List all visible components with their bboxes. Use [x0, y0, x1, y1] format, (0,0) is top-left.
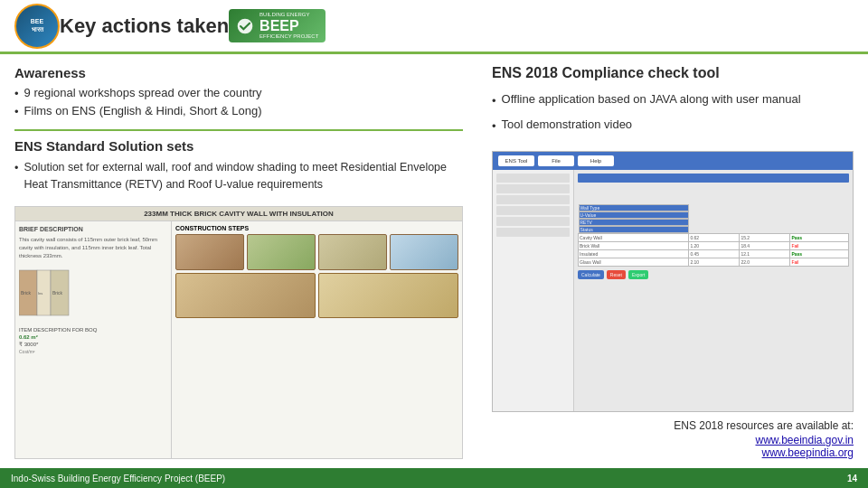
ts-table: Wall Type U-Value RETV Status Cavity Wal…	[578, 204, 849, 267]
ts-sidebar-row-5	[496, 217, 570, 226]
ts-sidebar	[493, 170, 574, 411]
cv-right-panel: CONSTRUCTION STEPS	[172, 221, 462, 459]
awareness-title: Awareness	[14, 65, 463, 80]
ens-standard-bullet-1: • Solution set for external wall, roof a…	[14, 159, 463, 193]
ts-main-row-1	[578, 184, 849, 192]
bullet-icon-2: •	[14, 105, 19, 118]
cv-left-panel: BRIEF DESCRIPTION This cavity wall consi…	[15, 221, 172, 459]
awareness-section: Awareness • 9 regional workshops spread …	[14, 65, 463, 122]
cv-bottom-row	[175, 273, 458, 318]
ts-toolbar: ENS Tool File Help	[493, 152, 853, 170]
checkmark-icon	[236, 17, 254, 35]
ts-btn-2: File	[538, 155, 574, 166]
ts-calculate-btn[interactable]: Calculate	[578, 270, 604, 279]
ts-sidebar-row-1	[496, 174, 570, 183]
bullet-icon-5: •	[492, 117, 496, 136]
construction-steps-label: CONSTRUCTION STEPS	[175, 225, 458, 231]
ts-bottom-buttons: Calculate Reset Export	[578, 270, 849, 279]
brief-desc-text: This cavity wall consists of 115mm outer…	[19, 236, 167, 260]
bee-logo: BEEभारत	[14, 4, 60, 49]
resources-section: ENS 2018 resources are available at: www…	[492, 419, 854, 459]
tool-bullet-2: • Tool demonstration video	[492, 116, 854, 136]
cv-body: BRIEF DESCRIPTION This cavity wall consi…	[15, 221, 462, 459]
svg-text:Ins: Ins	[38, 291, 42, 296]
cv-cost-info: ITEM DESCRIPTION FOR BOQ 0.62 m² ₹ 3000*…	[19, 326, 167, 355]
ts-sidebar-row-3	[496, 195, 570, 204]
cv-diagram: Brick Ins Brick	[19, 266, 167, 322]
ts-main: Wall Type U-Value RETV Status Cavity Wal…	[574, 170, 853, 411]
ens-standard-title: ENS Standard Solution sets	[14, 138, 463, 154]
cv-step-2	[247, 234, 316, 270]
bullet-icon-1: •	[14, 87, 19, 100]
beep-logo-area: BUILDING ENERGY BEEP EFFICIENCY PROJECT	[229, 9, 326, 42]
construction-image: 233MM THICK BRICK CAVITY WALL WITH INSUL…	[14, 206, 463, 460]
bullet-icon-4: •	[492, 92, 496, 110]
beep-text: BUILDING ENERGY BEEP EFFICIENCY PROJECT	[259, 12, 318, 39]
page-title: Key actions taken	[60, 14, 229, 38]
ts-btn-3: Help	[578, 155, 614, 166]
ts-main-header	[578, 174, 849, 183]
beep-badge: BUILDING ENERGY BEEP EFFICIENCY PROJECT	[229, 9, 326, 42]
cv-header-text: 233MM THICK BRICK CAVITY WALL WITH INSUL…	[15, 207, 462, 221]
right-column: ENS 2018 Compliance check tool • Offline…	[477, 54, 868, 470]
construction-visual: 233MM THICK BRICK CAVITY WALL WITH INSUL…	[15, 207, 462, 459]
ts-body: Wall Type U-Value RETV Status Cavity Wal…	[493, 170, 853, 411]
resources-title: ENS 2018 resources are available at:	[492, 419, 854, 432]
svg-text:Brick: Brick	[21, 290, 32, 296]
footer-text: Indo-Swiss Building Energy Efficiency Pr…	[11, 474, 225, 483]
ens-tool-section: ENS 2018 Compliance check tool • Offline…	[492, 65, 854, 140]
tool-screenshot: ENS Tool File Help	[492, 151, 854, 412]
resources-link-2[interactable]: www.beepindia.org	[492, 446, 854, 459]
bee-logo-text: BEEभारत	[31, 18, 43, 33]
main-content: Awareness • 9 regional workshops spread …	[0, 54, 868, 470]
cv-step-1	[175, 234, 244, 270]
cv-step-4	[390, 234, 458, 270]
ts-sidebar-row-2	[496, 184, 570, 193]
ts-reset-btn[interactable]: Reset	[607, 270, 626, 279]
ts-export-btn[interactable]: Export	[628, 270, 648, 279]
cv-steps-row-1	[175, 234, 458, 270]
divider	[14, 129, 463, 131]
awareness-bullet-2: • Films on ENS (English & Hindi, Short &…	[14, 104, 463, 118]
cv-step-3	[318, 234, 387, 270]
cv-bottom-2	[318, 273, 458, 318]
cv-bottom-1	[175, 273, 316, 318]
awareness-bullet-1: • 9 regional workshops spread over the c…	[14, 86, 463, 100]
resources-link-1[interactable]: www.beeindia.gov.in	[492, 434, 854, 446]
ts-sidebar-row-6	[496, 228, 570, 237]
ens-tool-title: ENS 2018 Compliance check tool	[492, 65, 854, 81]
tool-bullet-1: • Offline application based on JAVA alon…	[492, 90, 854, 110]
wall-diagram-svg: Brick Ins Brick	[19, 266, 91, 320]
footer: Indo-Swiss Building Energy Efficiency Pr…	[0, 468, 868, 488]
ts-sidebar-row-4	[496, 206, 570, 215]
ts-main-row-2	[578, 193, 849, 201]
footer-page-number: 14	[847, 474, 857, 483]
ts-btn-1: ENS Tool	[498, 155, 534, 166]
svg-text:Brick: Brick	[52, 290, 63, 296]
left-column: Awareness • 9 regional workshops spread …	[0, 54, 477, 470]
ens-standard-section: ENS Standard Solution sets • Solution se…	[14, 138, 463, 199]
brief-desc-label: BRIEF DESCRIPTION	[19, 225, 167, 234]
bullet-icon-3: •	[14, 160, 18, 177]
header: BEEभारत Key actions taken BUILDING ENERG…	[0, 0, 868, 54]
